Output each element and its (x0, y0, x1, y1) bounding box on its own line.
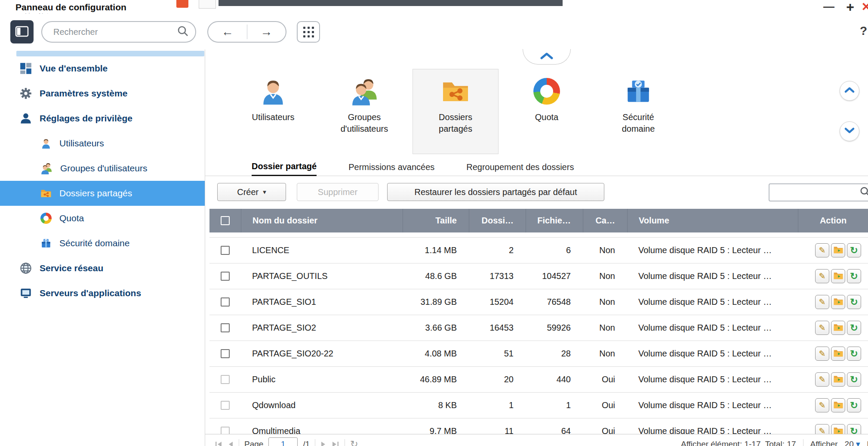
back-button[interactable]: ← (208, 22, 247, 42)
caret-down-icon: ▾ (263, 188, 266, 196)
refresh-button[interactable]: ↻ (847, 398, 861, 412)
refresh-icon: ↻ (850, 349, 858, 359)
refresh-list-icon[interactable]: ↻ (350, 439, 358, 446)
refresh-button[interactable]: ↻ (847, 321, 861, 335)
chevron-down-icon (844, 127, 855, 136)
share-folder-button[interactable] (831, 243, 845, 257)
select-all-checkbox[interactable] (221, 216, 230, 225)
divider (315, 439, 315, 446)
delete-button[interactable]: Supprimer (297, 183, 379, 201)
edit-button[interactable]: ✎ (815, 347, 829, 361)
refresh-button[interactable]: ↻ (847, 372, 861, 387)
sidebar-item-privilege-settings[interactable]: Réglages de privilège (0, 106, 205, 131)
apps-grid-button[interactable] (297, 21, 320, 43)
actions-toolbar: Créer ▾ Supprimer Restaurer les dossiers… (205, 183, 868, 202)
pagination-prev-button[interactable] (228, 441, 234, 446)
sidebar-item-network-service[interactable]: Service réseau (0, 256, 205, 281)
edit-button[interactable]: ✎ (815, 295, 829, 309)
share-folder-button[interactable] (831, 347, 845, 361)
sidebar-item-quota[interactable]: Quota (0, 206, 205, 231)
maximize-icon[interactable]: + (846, 0, 854, 15)
ribbon-item-domain-security[interactable]: Sécurité domaine (595, 69, 681, 154)
tab-folder-aggregation[interactable]: Regroupement des dossiers (466, 162, 574, 176)
table-row: Public 46.89 MB 20 440 Oui Volume disque… (209, 367, 868, 393)
edit-button[interactable]: ✎ (815, 398, 829, 412)
sidebar-item-system-settings[interactable]: Paramètres système (0, 81, 205, 106)
refresh-button[interactable]: ↻ (847, 347, 861, 361)
edit-button[interactable]: ✎ (815, 243, 829, 257)
search-input[interactable] (42, 27, 165, 37)
tab-shared-folder[interactable]: Dossier partagé (252, 161, 317, 176)
row-checkbox[interactable] (221, 349, 230, 358)
share-folder-button[interactable] (831, 269, 845, 283)
ribbon-item-user-groups[interactable]: Groupes d'utilisateurs (321, 69, 407, 154)
action-cell: ✎ ↻ (798, 269, 868, 283)
share-folder-button[interactable] (831, 295, 845, 309)
minimize-icon[interactable]: — (823, 0, 834, 13)
ribbon-item-shared-folders[interactable]: Dossiers partagés (412, 69, 499, 154)
edit-button[interactable]: ✎ (815, 269, 829, 283)
user-icon (40, 138, 52, 149)
pagination-first-button[interactable] (215, 441, 222, 446)
search-icon[interactable] (177, 25, 188, 38)
sidebar-item-domain-security[interactable]: Sécurité domaine (0, 231, 205, 256)
action-cell: ✎ ↻ (798, 295, 868, 309)
collapse-ribbon-button[interactable] (523, 49, 571, 65)
shared-folder-icon (40, 188, 52, 199)
sidebar-item-shared-folders[interactable]: Dossiers partagés (0, 181, 205, 206)
column-folder-name[interactable]: Nom du dossier (241, 209, 403, 232)
ribbon-scroll-up-button[interactable] (840, 81, 859, 101)
column-volume[interactable]: Volume (627, 209, 798, 232)
column-cache[interactable]: Ca… (583, 209, 627, 232)
sidebar-item-label: Serveurs d'applications (40, 288, 141, 298)
row-checkbox[interactable] (221, 297, 230, 307)
window-titlebar: Panneau de configuration — + ✕ (0, 0, 868, 14)
ribbon-item-users[interactable]: Utilisateurs (230, 69, 316, 154)
share-folder-button[interactable] (831, 372, 845, 387)
volume-cell: Volume disque RAID 5 : Lecteur … (627, 400, 798, 410)
tab-advanced-permissions[interactable]: Permissions avancées (348, 162, 434, 176)
help-button[interactable]: ? (860, 24, 867, 38)
refresh-button[interactable]: ↻ (847, 243, 861, 257)
forward-button[interactable]: → (247, 22, 286, 42)
ribbon-scroll-down-button[interactable] (840, 121, 859, 141)
sidebar-item-application-servers[interactable]: Serveurs d'applications (0, 281, 205, 306)
refresh-button[interactable]: ↻ (847, 269, 861, 283)
page-input[interactable] (268, 437, 298, 446)
close-icon[interactable]: ✕ (861, 0, 868, 14)
refresh-button[interactable]: ↻ (847, 295, 861, 309)
pagination-next-button[interactable] (320, 441, 326, 446)
restore-defaults-button[interactable]: Restaurer les dossiers partagés par défa… (387, 183, 604, 201)
share-folder-button[interactable] (831, 321, 845, 335)
sidebar-item-label: Dossiers partagés (59, 188, 132, 198)
folder-search-input[interactable] (770, 188, 851, 197)
column-size[interactable]: Taille (403, 209, 469, 232)
edit-button[interactable]: ✎ (815, 372, 829, 387)
ribbon-item-quota[interactable]: Quota (504, 69, 590, 154)
pagination-last-button[interactable] (332, 441, 339, 446)
row-checkbox[interactable] (221, 375, 230, 384)
column-files[interactable]: Fichie… (526, 209, 583, 232)
sidebar-item-overview[interactable]: Vue d'ensemble (0, 56, 205, 81)
edit-icon: ✎ (819, 298, 826, 306)
row-checkbox[interactable] (221, 246, 230, 255)
tab-bar: Dossier partagé Permissions avancées Reg… (205, 161, 868, 176)
create-button[interactable]: Créer ▾ (217, 183, 286, 201)
share-folder-icon (834, 375, 843, 384)
row-checkbox[interactable] (221, 323, 230, 332)
sidebar-toggle-button[interactable] (10, 20, 34, 43)
folders-count-cell: 20 (469, 375, 526, 384)
share-folder-button[interactable] (831, 398, 845, 412)
display-count-select[interactable]: 20 ▾ (845, 439, 860, 446)
search-icon[interactable] (860, 186, 868, 198)
cache-cell: Non (583, 297, 627, 307)
row-checkbox[interactable] (221, 401, 230, 410)
row-checkbox[interactable] (221, 272, 230, 281)
quota-donut-icon (40, 213, 52, 224)
edit-button[interactable]: ✎ (815, 321, 829, 335)
sidebar-item-users[interactable]: Utilisateurs (0, 131, 205, 156)
refresh-icon: ↻ (850, 297, 858, 307)
column-folders[interactable]: Dossi… (469, 209, 526, 232)
sidebar-item-user-groups[interactable]: Groupes d'utilisateurs (0, 156, 205, 181)
cache-cell: Non (583, 349, 627, 359)
